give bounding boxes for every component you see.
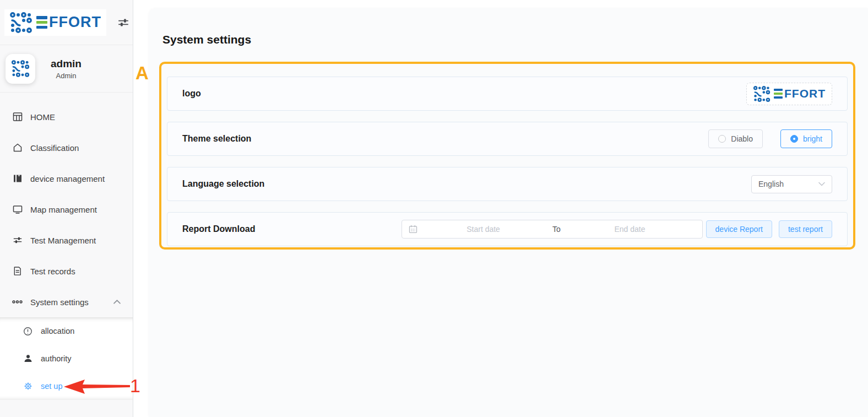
- theme-radio-bright[interactable]: bright: [780, 129, 832, 148]
- sliders-icon: [12, 235, 23, 245]
- language-select-value: English: [758, 180, 784, 188]
- effort-qr-icon: [753, 86, 771, 102]
- brand-wordmark: FFORT: [36, 14, 101, 31]
- radio-label: bright: [803, 134, 822, 143]
- sidebar: FFORT: [0, 0, 133, 417]
- page-title: System settings: [162, 33, 251, 46]
- end-date-input[interactable]: End date: [564, 225, 696, 234]
- date-range-picker[interactable]: Start date To End date: [402, 220, 703, 239]
- sidebar-item-label: Test Management: [30, 236, 96, 245]
- submenu-item-label: allocation: [41, 327, 74, 335]
- document-icon: [12, 266, 23, 276]
- sidebar-item-label: Classification: [30, 143, 79, 153]
- radio-label: Diablo: [731, 134, 753, 143]
- submenu-item-label: authority: [41, 354, 72, 363]
- submenu-item-allocation[interactable]: allocation: [0, 317, 133, 345]
- monitor-icon: [12, 204, 23, 214]
- avatar-qr-icon: [11, 60, 30, 77]
- sidebar-item-label: Map management: [30, 205, 97, 214]
- row-label: Language selection: [182, 179, 264, 189]
- sidebar-item-label: device management: [30, 174, 105, 183]
- start-date-input[interactable]: Start date: [417, 225, 549, 234]
- sidebar-item-system-settings[interactable]: System settings: [0, 286, 133, 317]
- sidebar-menu: HOME Classification device management: [0, 93, 133, 400]
- avatar: [6, 54, 35, 84]
- calendar-icon: [409, 225, 417, 234]
- sidebar-item-test-management[interactable]: Test Management: [0, 225, 133, 256]
- user-card[interactable]: admin Admin: [0, 45, 133, 93]
- main-content: System settings A logo: [133, 0, 868, 417]
- settings-row-theme: Theme selection Diablo bright: [167, 122, 848, 156]
- sidebar-item-home[interactable]: HOME: [0, 101, 133, 132]
- user-icon: [23, 354, 32, 363]
- chevron-down-icon: [818, 182, 825, 186]
- user-role: Admin: [56, 72, 77, 80]
- theme-radio-group: Diablo bright: [708, 129, 832, 148]
- sidebar-item-label: System settings: [30, 297, 89, 307]
- language-select[interactable]: English: [751, 175, 832, 193]
- red-arrow-annotation: [64, 378, 130, 395]
- row-label: logo: [182, 89, 201, 99]
- sidebar-item-test-records[interactable]: Test records: [0, 256, 133, 286]
- brand-wordmark: FFORT: [774, 87, 826, 100]
- brand-e-glyph: [774, 89, 783, 99]
- report-buttons: device Report test report: [706, 220, 832, 238]
- row-label: Theme selection: [182, 134, 251, 144]
- chevron-up-icon[interactable]: [113, 300, 121, 304]
- grid-icon: [12, 112, 23, 122]
- test-report-button[interactable]: test report: [779, 220, 832, 238]
- sidebar-item-map-management[interactable]: Map management: [0, 194, 133, 225]
- gear-icon: [23, 382, 32, 391]
- settings-row-report: Report Download Start date To End date d…: [167, 212, 848, 246]
- user-name: admin: [51, 58, 82, 70]
- theme-radio-diablo[interactable]: Diablo: [708, 129, 763, 148]
- annotation-highlight-box: logo: [159, 62, 855, 250]
- date-range-separator: To: [549, 225, 564, 234]
- effort-qr-icon: [9, 12, 32, 33]
- radio-circle-icon: [718, 135, 726, 143]
- sidebar-item-classification[interactable]: Classification: [0, 132, 133, 163]
- brand-e-glyph: [36, 16, 47, 29]
- library-icon: [12, 174, 23, 183]
- radio-circle-icon: [790, 135, 798, 143]
- more-dots-icon: [12, 299, 23, 305]
- device-report-button[interactable]: device Report: [706, 220, 772, 238]
- annotation-letter-a: A: [135, 63, 149, 84]
- sidebar-item-label: Test records: [30, 267, 75, 276]
- logo-preview[interactable]: FFORT: [746, 83, 832, 105]
- sliders-toggle-icon[interactable]: [117, 17, 129, 29]
- sidebar-item-label: HOME: [30, 112, 55, 122]
- sidebar-item-device-management[interactable]: device management: [0, 163, 133, 194]
- settings-row-language: Language selection English: [167, 167, 848, 201]
- alert-circle-icon: [23, 327, 32, 336]
- brand-logo: FFORT: [4, 9, 106, 36]
- row-label: Report Download: [182, 224, 402, 234]
- settings-row-logo: logo: [167, 77, 848, 111]
- user-meta: admin Admin: [51, 58, 82, 80]
- sidebar-header: FFORT: [0, 0, 133, 45]
- annotation-step-number: 1: [130, 375, 140, 397]
- submenu-item-authority[interactable]: authority: [0, 345, 133, 372]
- home-outline-icon: [12, 143, 23, 153]
- submenu-item-label: set up: [41, 382, 63, 391]
